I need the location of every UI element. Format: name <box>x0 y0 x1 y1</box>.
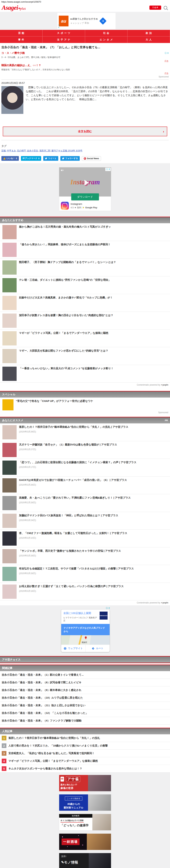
article-title: お咥え顔が艶すぎ！広瀬すず「太くて硬いもの」パックン行為に称賛の声 | アサ芸プ… <box>19 585 124 588</box>
article-list-item[interactable]: 有吉弘行も全録認定！？三吉彩花、サウナで披露「バスタオルはだけ場面」の衝撃 | … <box>0 565 170 583</box>
download-button[interactable]: ダウンロード <box>71 193 99 200</box>
ad-title[interactable]: 全国に100店舗以上展開 <box>63 612 98 615</box>
article-list-item[interactable]: GACKTは本気度ゼロでお遊び？/芸能ユーチューバー「成否の境い目」（6） | … <box>0 476 170 494</box>
hair-care-banner[interactable]: こっそり始める 40歳からの髪対策マニュアル <box>59 795 111 811</box>
health-banner[interactable]: 秋津壽男 オトコの悩みをズバリ回答 「どっち?」の健康学 <box>59 814 111 831</box>
article-list-item[interactable]: 深田恭子が妖艶ドレス姿を披露！胸の渓谷より目を引いた“肉感的な部位”とは？ <box>0 312 170 330</box>
mute-icon[interactable] <box>60 169 63 172</box>
tag-link[interactable]: 北の桜守 <box>17 149 27 152</box>
article-thumbnail <box>2 260 16 275</box>
article-title: 人前で夜の営みを！？沢尻エリカ、「18歳からクスリ漬け&ハメまくり生活」の衝撃 <box>8 743 108 747</box>
ranked-item[interactable]: 4 マギーが「ピラティス写真」公開！「まるでアンダーウエア」な服装に騒然 <box>0 757 170 765</box>
article-title: “育毛の父”で有名な「CHAP UP」がアラフォー世代に必要なワケ <box>16 399 93 403</box>
related-item[interactable]: 吉永小百合の「過去・現在・未来」（4）ファンクラブ解散で大騒動 <box>0 717 170 724</box>
pr-label: PR <box>165 419 168 422</box>
article-date: (2020年3月27日) <box>19 448 117 451</box>
ad-info-close-icons[interactable]: ⓘ X <box>105 168 111 171</box>
ranked-item[interactable]: 3 安倍昭恵夫人、「私的な“桜を見る会”を楽しんだ」写真報道で批判殺到！ <box>0 750 170 757</box>
nav-item[interactable]: 大人 <box>127 36 170 43</box>
article-list-item[interactable]: 加藤紀子マドンナ回のバス旅再放送！「神回」と呼ばれた理由とは？ | アサ芸プラス… <box>0 512 170 530</box>
search-icon[interactable] <box>164 6 167 9</box>
article-list-item[interactable]: 高橋愛、夫・あべこうじの「愛されて辛い」不満吐露にファン悲鳴&歯ぎしり！ | ア… <box>0 494 170 512</box>
article-list-item[interactable]: 「恋つづ」、上白石萌音に欲望全開となる佐藤健の演技に「イメチェン模索？」の声 |… <box>0 459 170 476</box>
article-list-item[interactable]: マギーが「ピラティス写真」公開！「まるでアンダーウエア」な服装に騒然 <box>0 330 170 347</box>
article-list-item[interactable]: 杏、「CMオファー激減危機」報道も「女優として可能性広がった」太鼓判！ | アサ… <box>0 530 170 547</box>
related-item[interactable]: 吉永小百合の「過去・現在・未来」（10）ルリ子は監督に異を唱えた <box>0 694 170 702</box>
tag-link[interactable]: 芸能 <box>1 149 7 152</box>
facebook-like-button[interactable]: 👍 いいね！ 0 <box>1 156 19 161</box>
ad-info-close-icons[interactable]: ⓘ X <box>165 52 169 55</box>
ranked-item[interactable]: 2 人前で夜の営みを！？沢尻エリカ、「18歳からクスリ漬け&ハメまくり生活」の衝… <box>0 742 170 750</box>
google-play-badge[interactable]: Google Play <box>83 207 97 209</box>
banner-photo <box>92 814 111 830</box>
article-list-item[interactable]: 「一番使っちゃいけない」東出昌大の“不貞コメント”を近藤春菜がメッタ斬り！ <box>0 365 170 383</box>
ad-close-icon[interactable]: X <box>58 26 60 28</box>
nav-item[interactable]: 女子アナ <box>43 36 85 43</box>
like-label: いいね！ <box>7 157 15 160</box>
mahjong-banner[interactable]: 中 アサ雀 意外と知らない!?麻雀の世界 <box>59 775 111 791</box>
app-name: Instagram <box>71 203 97 205</box>
article-list-item[interactable]: 「サンジャポ」卒業、西川史子“激痩せ”も指摘されたキャラ作りの苦悩 | アサ芸プ… <box>0 547 170 565</box>
tag-link[interactable]: 中平まみ <box>7 149 17 152</box>
tag-link[interactable]: 吉永小百合 <box>27 149 39 152</box>
promo-title[interactable]: 韓国の美肌の秘訣は…え、○○！？ <box>1 64 169 67</box>
nav-item[interactable]: スポーツ <box>43 30 85 36</box>
himaraya-ad-card[interactable]: 全国に100店舗以上展開 ヒマラヤスポーツ&ゴルフ 葛飾奥戸店 HIMARAYA… <box>61 610 110 652</box>
ad-info-close-icons[interactable]: ⓘ X <box>106 607 110 610</box>
related-item[interactable]: 吉永小百合の「過去・現在・未来」（1）駅の公衆トイレで着替えて... <box>0 671 170 679</box>
article-title: 熊田曜子、〈男子禁制〉胸ドアップ公開動画の「まるでマッパ！」なシーンとは？ <box>19 260 116 264</box>
promo-ad-cospa[interactable]: ⓘ X コ・ス・パ豊中少路 3・4・5月会費。まとめて0円。豊中少路／駅前／駐車… <box>1 50 169 63</box>
ranked-item[interactable]: 5 キムタク次女がスポンサーから敬遠される意外な理由とは！？ <box>0 765 170 773</box>
tag-link[interactable]: 週刊アサヒ芸能 2018年 3/29号 <box>51 149 82 152</box>
mono-banner[interactable]: 注目! ✎モノ情報 <box>59 853 111 868</box>
promo-title[interactable]: コ・ス・パ豊中少路 <box>1 51 169 55</box>
ranked-item[interactable]: 1 落胆したの！？桜井日奈子の“橋本環奈絡み”告白に世間から「失礼！」の洗礼 <box>0 734 170 742</box>
nav-item[interactable]: 社会 <box>85 30 128 36</box>
article-list-item[interactable]: 落胆したの！？桜井日奈子の“橋本環奈絡み”告白に世間から「失礼！」の洗礼 | ア… <box>0 424 170 441</box>
site-logo[interactable]: Asagei+plus <box>2 4 26 11</box>
sponsored-item[interactable]: “育毛の父”で有名な「CHAP UP」がアラフォー世代に必要なワケ <box>0 398 170 411</box>
nav-item[interactable]: 事件 <box>0 36 43 43</box>
izakaya-banner[interactable]: 一杯酒場 <box>59 834 111 850</box>
related-item[interactable]: 吉永小百合の「過去・現在・未来」（8）試写会場で聞こえたイビキ <box>0 679 170 686</box>
map-preview[interactable]: 葛飾区 <box>61 635 110 645</box>
read-more-button[interactable]: 全文を読む › <box>3 127 167 136</box>
hatena-bookmark-button[interactable]: B!ブックマーク 0 <box>21 156 41 161</box>
site-header: Asagei+plus TOP <box>0 3 170 12</box>
related-item[interactable]: 吉永小百合の「過去・現在・未来」（12）「こんな小百合を観たかった」 <box>0 709 170 717</box>
instagram-ad[interactable]: Instagram ⓘ X ダウンロード Instagram 4.5 ★ 無料 … <box>59 167 111 211</box>
social-news-button[interactable]: G Social News <box>82 156 101 161</box>
website-button[interactable]: ウェブサイト <box>61 645 85 652</box>
nav-item[interactable]: 政治 <box>127 30 170 36</box>
nav-item[interactable]: 芸能 <box>0 30 43 36</box>
au-ad[interactable]: au au家族でんき割がおすすめ ａｕショップ 草加 ⓘ X <box>57 13 116 29</box>
article-list-item[interactable]: お咥え顔が艶すぎ！広瀬すず「太くて硬いもの」パックン行為に称賛の声 | アサ芸プ… <box>0 583 170 600</box>
nav-item[interactable]: エンタメ <box>85 36 128 43</box>
related-item[interactable]: 吉永小百合の「過去・現在・未来」（9）樹木希林に大きく感化され <box>0 686 170 694</box>
article-thumbnail <box>2 531 16 546</box>
promo-ad-korea[interactable]: 韓国の美肌の秘訣は…え、○○！？ 韓国女性「日本人なんで“吸顔”しないの？」日本… <box>1 63 169 75</box>
tag-link[interactable]: 滝田洋二郎 <box>39 149 51 152</box>
article-list-item[interactable]: 「後ろから突きたい！」岡副麻希、猫伸びポーズにまたも妄想爆発の声殺到！ <box>0 241 170 259</box>
article-list-item[interactable]: 熊田曜子、〈男子禁制〉胸ドアップ公開動画の「まるでマッパ！」なシーンとは？ <box>0 259 170 276</box>
ad-info-icon[interactable]: ⓘ <box>58 24 60 26</box>
banner-button[interactable]: こっそり始める <box>65 797 82 801</box>
article-list-item[interactable]: 天才テリー伊藤対談「奈月セナ」（1）最新DVDは最も色香な場面が | アサ芸プラ… <box>0 441 170 459</box>
map-pin-icon <box>84 636 87 640</box>
article-thumbnail <box>2 313 16 328</box>
follow-button[interactable]: フォローする <box>60 156 80 161</box>
top-ad-strip: au au家族でんき割がおすすめ ａｕショップ 草加 ⓘ X <box>0 12 170 30</box>
article-list-item[interactable]: 服から胸がこぼれる！石川秀美の娘・薬丸玲美の極大バスト写真がスゴすぎッ <box>0 223 170 241</box>
ad-arrow-icon[interactable] <box>99 18 107 25</box>
play-icon[interactable] <box>84 180 89 185</box>
top-button[interactable]: TOP <box>150 5 161 10</box>
read-more-label: 全文を読む <box>78 130 92 133</box>
related-item[interactable]: 吉永小百合の「過去・現在・未来」（11）強さと烈しさは表現できない <box>0 702 170 709</box>
ad-video-area[interactable]: Instagram ⓘ X <box>59 167 111 196</box>
ad-subtitle: ヒマラヤスポーツ&ゴルフ 葛飾奥戸店 <box>63 616 98 622</box>
article-list-item[interactable]: 妊娠中だけど大丈夫？高橋真麻、まさかの激ヤバ変化で「Gカップに危機」が！ <box>0 294 170 312</box>
route-button[interactable]: ルート <box>85 645 110 652</box>
article-list-item[interactable]: マギー、大胆肌見せ私服公開もファンが思わず口にした“的確な苦言”とは？ <box>0 347 170 365</box>
tweet-button[interactable]: ツイート <box>43 156 58 161</box>
article-list-item[interactable]: テレ朝・三谷紬、ダイエットに挑戦も“男性ファンから悲鳴”の「切実な理由」 <box>0 276 170 294</box>
